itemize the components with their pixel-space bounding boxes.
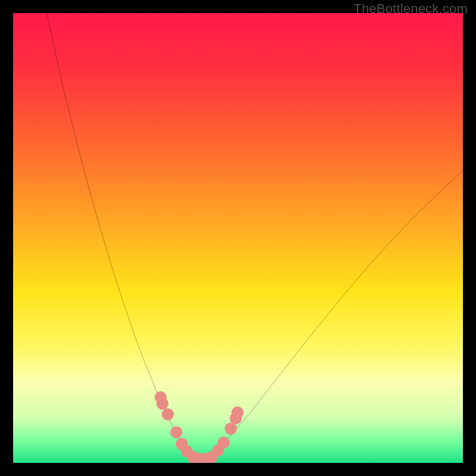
bead-marker xyxy=(162,408,174,420)
bead-marker xyxy=(218,437,230,449)
bead-marker xyxy=(231,406,243,418)
bead-marker xyxy=(225,422,237,434)
chart-frame: TheBottleneck.com xyxy=(0,0,476,476)
bead-marker xyxy=(156,397,168,409)
gradient-background xyxy=(13,13,463,463)
bottleneck-chart xyxy=(13,13,463,463)
bead-marker xyxy=(170,426,182,438)
